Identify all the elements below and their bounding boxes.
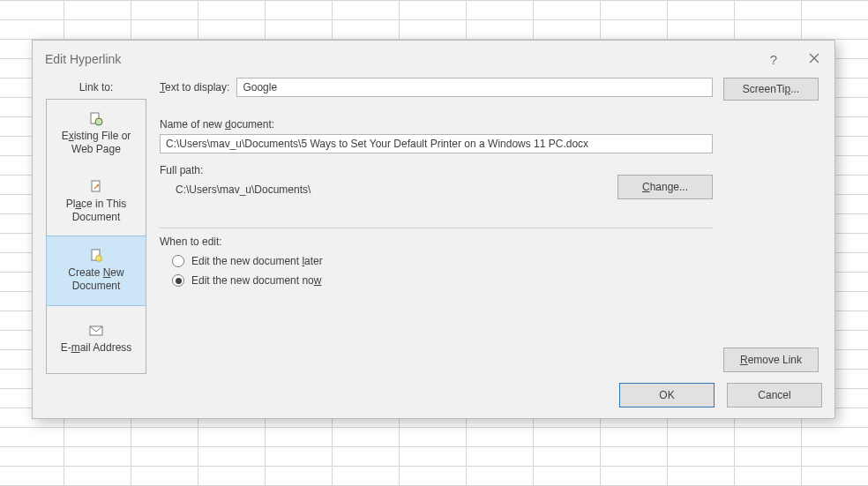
globe-file-icon <box>89 112 103 126</box>
name-new-doc-label: Name of new document: <box>160 118 713 131</box>
edit-hyperlink-dialog: Edit Hyperlink ? Link to: <box>32 40 835 419</box>
new-document-icon <box>89 249 103 263</box>
linkto-existing-file[interactable]: Existing File or Web Page <box>47 100 146 168</box>
close-button[interactable] <box>794 41 834 78</box>
help-icon: ? <box>770 52 777 67</box>
text-to-display-row: Text to display: <box>160 78 713 97</box>
ok-button[interactable]: OK <box>619 383 715 407</box>
document-target-icon <box>89 180 103 194</box>
linkto-place-in-doc[interactable]: Place in This Document <box>47 168 146 237</box>
text-to-display-input[interactable] <box>236 78 713 97</box>
change-button[interactable]: Change... <box>617 175 713 199</box>
radio-icon <box>172 274 184 287</box>
help-button[interactable]: ? <box>753 41 794 78</box>
linkto-create-new-doc[interactable]: Create New Document <box>46 236 146 306</box>
linkto-item-label: Existing File or Web Page <box>62 130 131 156</box>
divider <box>160 228 713 228</box>
link-to-list: Existing File or Web Page Place in This … <box>46 99 146 374</box>
text-to-display-label: Text to display: <box>160 81 229 93</box>
radio-icon <box>172 255 184 267</box>
radio-label: Edit the new document now <box>191 274 321 287</box>
cancel-button[interactable]: Cancel <box>727 383 822 407</box>
envelope-icon <box>89 324 103 338</box>
radio-label: Edit the new document later <box>191 255 323 267</box>
link-to-label: Link to: <box>79 81 114 93</box>
linkto-email-address[interactable]: E-mail Address <box>47 305 146 374</box>
linkto-item-label: E-mail Address <box>61 341 132 355</box>
radio-edit-later[interactable]: Edit the new document later <box>160 255 713 267</box>
linkto-item-label: Place in This Document <box>66 198 127 224</box>
linkto-item-label: Create New Document <box>68 266 123 293</box>
radio-edit-now[interactable]: Edit the new document now <box>160 274 713 287</box>
remove-link-button[interactable]: Remove Link <box>723 348 819 372</box>
svg-point-3 <box>95 118 102 125</box>
screentip-button[interactable]: ScreenTip... <box>723 78 819 101</box>
when-to-edit-label: When to edit: <box>160 236 713 248</box>
close-icon <box>809 52 819 66</box>
dialog-titlebar: Edit Hyperlink ? <box>33 41 834 78</box>
dialog-footer: OK Cancel <box>33 383 834 418</box>
dialog-title: Edit Hyperlink <box>45 52 121 66</box>
svg-point-7 <box>96 255 102 261</box>
svg-point-5 <box>97 184 100 187</box>
name-new-doc-input[interactable] <box>160 134 713 153</box>
